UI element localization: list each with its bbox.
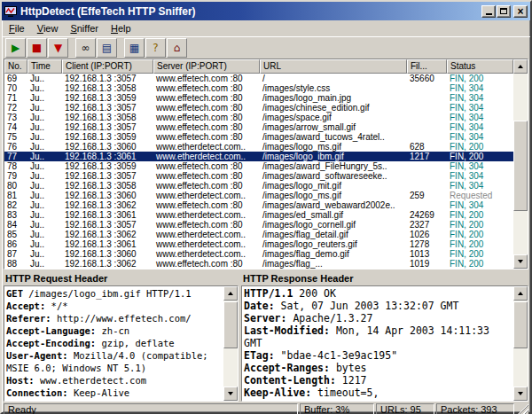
request-panel: HTTP Request Header GET/images/logo_ibm.… [4, 272, 239, 402]
cell-client: 192.168.1.3 :3061 [62, 239, 153, 249]
arrow-down-icon [228, 392, 233, 395]
request-scroll-track[interactable] [223, 301, 238, 387]
cell-client: 192.168.1.3 :3057 [62, 74, 153, 83]
header-field-value: Keep-Alive [68, 387, 130, 398]
help-button[interactable]: ? [145, 38, 166, 58]
log-button[interactable]: ▤ [97, 38, 117, 58]
response-scroll-track[interactable] [513, 301, 528, 387]
table-row[interactable]: 82 Ju.. 192.168.1.3 :3062 www.effetech.c… [4, 200, 513, 210]
table-scroll-down-button[interactable] [513, 254, 528, 269]
menu-item-file[interactable]: File [3, 21, 31, 35]
cell-server: www.effetech.com :80 [153, 220, 260, 230]
app-icon[interactable] [4, 5, 17, 18]
cell-server: www.etherdetect.com.. [153, 249, 260, 259]
window-title: HttpDetect (EffeTech HTTP Sniffer) [20, 5, 478, 18]
column-header-status[interactable]: Status [447, 59, 513, 74]
table-row[interactable]: 75 Ju.. 192.168.1.3 :3059 www.effetech.c… [4, 132, 513, 142]
table-scroll-track[interactable] [513, 74, 528, 254]
cell-server: www.etherdetect.com.. [153, 142, 260, 152]
cell-filesize [407, 161, 447, 171]
table-row[interactable]: 78 Ju.. 192.168.1.3 :3059 www.effetech.c… [4, 161, 513, 171]
request-scroll-thumb[interactable] [223, 301, 238, 348]
column-header-fil[interactable]: Fil... [407, 59, 447, 74]
cell-status: FIN, 200 [447, 74, 513, 83]
cell-filesize: 1013 [407, 249, 447, 259]
table-scrollbar[interactable] [513, 59, 528, 269]
table-scroll-up-button[interactable] [513, 59, 528, 74]
request-header-content[interactable]: GET/images/logo_ibm.gif HTTP/1.1Accept:*… [4, 286, 223, 401]
table-row[interactable]: 79 Ju.. 192.168.1.3 :3057 www.effetech.c… [4, 171, 513, 181]
cell-time: Ju.. [27, 200, 62, 210]
home-button[interactable]: ⌂ [167, 38, 187, 58]
play-button[interactable]: ▶ [5, 38, 26, 58]
menu-item-sniffer[interactable]: Sniffer [64, 21, 105, 35]
menu-item-view[interactable]: View [31, 21, 65, 35]
cell-filesize [407, 171, 447, 181]
cell-status: FIN, 304 [447, 181, 513, 191]
help-icon: ? [153, 43, 158, 53]
table-row[interactable]: 74 Ju.. 192.168.1.3 :3057 www.effetech.c… [4, 122, 513, 132]
table-row[interactable]: 83 Ju.. 192.168.1.3 :3061 www.etherdetec… [4, 210, 513, 220]
table-scroll-thumb[interactable] [513, 121, 528, 211]
cell-time: Ju.. [27, 191, 62, 200]
header-field-name: Content-Length: [244, 374, 336, 387]
minimize-button[interactable] [481, 5, 496, 18]
cell-time: Ju.. [27, 113, 62, 122]
column-header-client-ip-port[interactable]: Client (IP:PORT) [62, 59, 153, 74]
table-row[interactable]: 73 Ju.. 192.168.1.3 :3058 www.effetech.c… [4, 113, 513, 122]
maximize-button[interactable] [497, 5, 511, 18]
close-button[interactable] [513, 5, 528, 18]
cell-status: FIN, 304 [447, 122, 513, 132]
request-scrollbar[interactable] [223, 286, 238, 401]
cell-status: FIN, 200 [447, 230, 513, 239]
find-button[interactable]: ∞ [75, 38, 96, 58]
table-row[interactable]: 69 Ju.. 192.168.1.3 :3057 www.effetech.c… [4, 74, 513, 83]
table-row[interactable]: 85 Ju.. 192.168.1.3 :3062 www.etherdetec… [4, 230, 513, 239]
response-panel-frame: HTTP/1.1200 OKDate:Sat, 07 Jun 2003 13:3… [241, 285, 528, 402]
save-button[interactable]: ▦ [124, 38, 145, 58]
http-header-line: Referer:http://www.effetech.com/ [6, 312, 223, 324]
cell-no: 76 [4, 142, 27, 152]
stop-button[interactable]: ■ [27, 38, 47, 58]
column-header-no[interactable]: No. [4, 59, 27, 74]
response-panel: HTTP Response Header HTTP/1.1200 OKDate:… [241, 272, 528, 402]
cell-url: /images/logo_cornell.gif [260, 220, 407, 230]
cell-status: FIN, 200 [447, 259, 513, 269]
response-header-content[interactable]: HTTP/1.1200 OKDate:Sat, 07 Jun 2003 13:3… [242, 286, 513, 401]
header-field-value: gzip, deflate [96, 338, 175, 348]
response-scroll-thumb[interactable] [513, 301, 528, 348]
cell-client: 192.168.1.3 :3058 [62, 83, 153, 93]
column-header-server-ip-port[interactable]: Server (IP:PORT) [153, 59, 260, 74]
column-header-url[interactable]: URL [260, 59, 407, 74]
cell-time: Ju.. [27, 210, 62, 220]
menu-item-help[interactable]: Help [105, 21, 137, 35]
cell-url: /images/award_webaward2002e.. [260, 200, 407, 210]
cell-time: Ju.. [27, 249, 62, 259]
response-scrollbar[interactable] [513, 286, 528, 401]
http-header-line: Last-Modified:Mon, 14 Apr 2003 14:11:33 … [244, 324, 512, 349]
table-row[interactable]: 88 Ju.. 192.168.1.3 :3062 www.effetech.c… [4, 259, 513, 269]
table-row[interactable]: 71 Ju.. 192.168.1.3 :3059 www.effetech.c… [4, 93, 513, 103]
resize-grip[interactable] [516, 403, 528, 414]
response-scroll-up-button[interactable] [513, 286, 528, 301]
cell-server: www.etherdetect.com.. [153, 191, 260, 200]
filter-button[interactable]: ▼ [48, 38, 68, 58]
request-scroll-down-button[interactable] [223, 387, 238, 401]
table-row[interactable]: 77 Ju.. 192.168.1.3 :3061 www.etherdetec… [4, 152, 513, 161]
table-row[interactable]: 81 Ju.. 192.168.1.3 :3060 www.etherdetec… [4, 191, 513, 200]
column-header-time[interactable]: Time [27, 59, 62, 74]
url-table-body: 69 Ju.. 192.168.1.3 :3057 www.effetech.c… [4, 74, 513, 269]
title-bar: HttpDetect (EffeTech HTTP Sniffer) [2, 2, 530, 20]
table-row[interactable]: 72 Ju.. 192.168.1.3 :3057 www.effetech.c… [4, 103, 513, 113]
table-row[interactable]: 80 Ju.. 192.168.1.3 :3058 www.effetech.c… [4, 181, 513, 191]
table-row[interactable]: 86 Ju.. 192.168.1.3 :3061 www.etherdetec… [4, 239, 513, 249]
table-row[interactable]: 76 Ju.. 192.168.1.3 :3060 www.etherdetec… [4, 142, 513, 152]
arrow-up-icon [518, 65, 523, 68]
http-header-line: User-Agent:Mozilla/4.0 (compatible; MSIE… [6, 349, 223, 374]
table-row[interactable]: 84 Ju.. 192.168.1.3 :3057 www.effetech.c… [4, 220, 513, 230]
cell-time: Ju.. [27, 220, 62, 230]
table-row[interactable]: 87 Ju.. 192.168.1.3 :3060 www.etherdetec… [4, 249, 513, 259]
table-row[interactable]: 70 Ju.. 192.168.1.3 :3058 www.effetech.c… [4, 83, 513, 93]
response-scroll-down-button[interactable] [513, 387, 528, 401]
request-scroll-up-button[interactable] [223, 286, 238, 301]
